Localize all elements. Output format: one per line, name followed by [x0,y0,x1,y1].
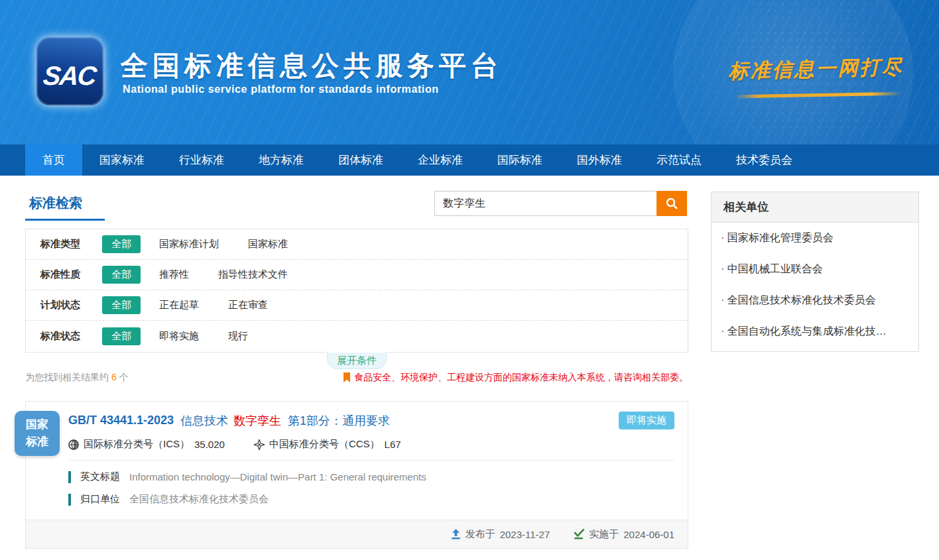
nav-item-local-standards[interactable]: 地方标准 [241,144,321,176]
implemented-label: 实施于 [589,528,619,541]
ics-group: 国际标准分类号（ICS） 35.020 [68,438,225,451]
implemented-date-item: 实施于 2024-06-01 [574,528,674,541]
status-badge: 即将实施 [619,412,674,429]
filter-all-button[interactable]: 全部 [102,327,141,345]
nav-item-foreign-standards[interactable]: 国外标准 [560,144,639,176]
sac-logo-text: SAC [42,52,98,91]
english-title-label: 英文标题 [80,471,120,483]
row-accent-bar [68,494,71,506]
nav-item-home[interactable]: 首页 [25,144,82,176]
results-count-prefix: 为您找到相关结果约 [25,372,109,382]
card-meta-row: 国际标准分类号（ICS） 35.020 中国标准分类号（CCS） L67 [68,438,674,461]
related-units-panel: 相关单位 国家标准化管理委员会 中国机械工业联合会 全国信息技术标准化技术委员会… [711,192,919,352]
bookmark-icon [343,372,351,383]
header-slogan: 标准信息一网打尽 [721,53,911,85]
ccs-value: L67 [385,439,401,450]
sidebar-item-machinery-federation[interactable]: 中国机械工业联合会 [712,254,918,285]
filter-option[interactable]: 推荐性 [159,268,189,281]
filter-option[interactable]: 现行 [228,330,248,343]
standard-code-link[interactable]: GB/T 43441.1-2023 [68,414,174,427]
filter-option[interactable]: 国家标准 [248,238,288,251]
filter-option[interactable]: 正在起草 [159,299,199,311]
filter-row-standard-status: 标准状态 全部 即将实施 现行 [26,321,688,351]
expand-conditions-button[interactable]: 展开条件 [327,352,387,369]
standard-title-seg2[interactable]: 第1部分：通用要求 [288,413,390,429]
nav-item-enterprise-standards[interactable]: 企业标准 [401,144,480,176]
standard-title-seg1[interactable]: 信息技术 [180,413,228,429]
filter-label: 标准类型 [40,238,102,251]
main-nav: 首页 国家标准 行业标准 地方标准 团体标准 企业标准 国际标准 国外标准 示范… [0,144,939,176]
search-button[interactable] [657,191,687,216]
nav-item-national-standards[interactable]: 国家标准 [82,144,162,176]
publish-upload-icon [451,529,461,539]
badge-line-2: 标准 [26,433,48,451]
standard-result-card: 国家 标准 GB/T 43441.1-2023 信息技术 数字孪生 第1部分：通… [25,401,688,549]
filter-row-standard-type: 标准类型 全部 国家标准计划 国家标准 [26,229,688,260]
compass-icon [254,439,265,450]
english-title-value: Information technology—Digital twin—Part… [129,471,426,482]
related-units-title: 相关单位 [712,192,918,223]
ics-label: 国际标准分类号（ICS） [84,438,190,451]
filter-all-button[interactable]: 全部 [102,235,141,253]
nav-item-pilot[interactable]: 示范试点 [639,144,719,176]
filter-all-button[interactable]: 全部 [102,266,141,284]
published-label: 发布于 [466,528,495,541]
sac-logo[interactable]: SAC [36,37,103,105]
platform-title-cn: 全国标准信息公共服务平台 [121,48,503,84]
nav-item-group-standards[interactable]: 团体标准 [321,144,401,176]
filter-option[interactable]: 即将实施 [159,330,199,343]
filter-row-plan-status: 计划状态 全部 正在起草 正在审查 [26,290,688,321]
sidebar-item-automation-committee[interactable]: 全国自动化系统与集成标准化技… [712,316,918,347]
section-title-standard-search: 标准检索 [29,194,82,212]
nav-item-industry-standards[interactable]: 行业标准 [162,144,241,176]
card-footer: 发布于 2023-11-27 实施于 2024-06-01 [26,520,688,548]
sidebar-item-it-standardization-committee[interactable]: 全国信息技术标准化技术委员会 [712,285,918,316]
committee-label: 归口单位 [80,493,120,506]
results-info-row: 为您找到相关结果约6个 食品安全、环境保护、工程建设方面的国家标准未纳入本系统，… [25,372,688,384]
results-count-suffix: 个 [119,372,129,382]
published-date-item: 发布于 2023-11-27 [451,528,550,541]
badge-line-1: 国家 [26,416,48,433]
filter-row-standard-nature: 标准性质 全部 推荐性 指导性技术文件 [26,260,688,290]
platform-title-en: National public service platform for sta… [123,84,439,95]
filter-label: 标准状态 [40,330,102,343]
national-standard-badge[interactable]: 国家 标准 [15,411,60,456]
filter-label: 标准性质 [40,268,102,281]
globe-icon [68,439,79,450]
card-title-row: GB/T 43441.1-2023 信息技术 数字孪生 第1部分：通用要求 即将… [68,412,674,429]
filter-option[interactable]: 正在审查 [228,299,268,311]
search-box [434,191,687,216]
published-date: 2023-11-27 [500,529,550,540]
filter-all-button[interactable]: 全部 [102,296,141,314]
implement-check-icon [574,529,584,539]
implemented-date: 2024-06-01 [623,529,674,540]
filter-option[interactable]: 国家标准计划 [159,238,219,251]
committee-row: 归口单位 全国信息技术标准化技术委员会 [68,493,674,506]
system-notice: 食品安全、环境保护、工程建设方面的国家标准未纳入本系统，请咨询相关部委。 [343,372,688,384]
filter-label: 计划状态 [40,299,102,311]
standard-title-highlight[interactable]: 数字孪生 [233,413,281,429]
section-title-underline [25,219,105,221]
magnifier-icon [665,197,678,210]
card-header: GB/T 43441.1-2023 信息技术 数字孪生 第1部分：通用要求 即将… [26,402,688,461]
ccs-label: 中国标准分类号（CCS） [269,438,380,451]
english-title-row: 英文标题 Information technology—Digital twin… [68,471,674,483]
system-notice-text: 食品安全、环境保护、工程建设方面的国家标准未纳入本系统，请咨询相关部委。 [354,372,688,384]
filter-box: 标准类型 全部 国家标准计划 国家标准 标准性质 全部 推荐性 指导性技术文件 … [25,229,688,353]
search-input[interactable] [434,191,657,216]
ccs-group: 中国标准分类号（CCS） L67 [254,438,401,451]
results-count-number: 6 [111,372,117,382]
filter-option[interactable]: 指导性技术文件 [218,268,288,281]
ics-value: 35.020 [194,439,225,450]
nav-item-technical-committee[interactable]: 技术委员会 [719,144,810,176]
results-count: 为您找到相关结果约6个 [25,372,129,384]
sidebar-item-sac[interactable]: 国家标准化管理委员会 [712,223,918,254]
row-accent-bar [68,471,71,483]
nav-item-international-standards[interactable]: 国际标准 [480,144,560,176]
committee-value: 全国信息技术标准化技术委员会 [129,493,269,506]
